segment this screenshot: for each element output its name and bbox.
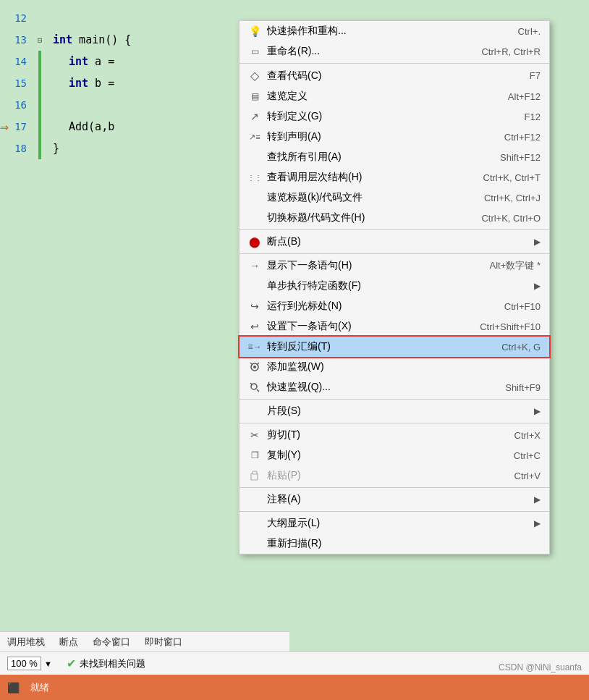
arrow-marker: ⇒: [0, 118, 9, 135]
line-number-18: 18: [0, 143, 33, 154]
menu-shortcut-paste: Ctrl+V: [500, 471, 541, 481]
menu-shortcut-goto-def: F12: [510, 111, 541, 122]
separator-3: [240, 253, 549, 254]
status-bar: ⬛ 就绪: [0, 675, 589, 700]
goto-def-icon: ↗: [245, 111, 264, 122]
quick-watch-icon: [245, 381, 264, 393]
line-marker-18: [33, 138, 47, 159]
code-line-13: 13 ⊟ int main() {: [0, 29, 246, 51]
menu-item-find-refs[interactable]: 查找所有引用(A) Shift+F12: [240, 147, 549, 167]
copy-icon: ❐: [245, 450, 264, 460]
menu-item-run-to-cursor[interactable]: ↪ 运行到光标处(N) Ctrl+F10: [240, 296, 549, 316]
menu-label-breakpoint: 断点(B): [264, 235, 528, 248]
menu-label-quick-watch: 快速监视(Q)...: [264, 381, 491, 394]
menu-item-rename[interactable]: ▭ 重命名(R)... Ctrl+R, Ctrl+R: [240, 41, 549, 62]
tab-breakpoints[interactable]: 断点: [59, 636, 78, 649]
menu-label-show-next: 显示下一条语句(H): [264, 259, 475, 272]
menu-item-cut[interactable]: ✂ 剪切(T) Ctrl+X: [240, 425, 549, 445]
green-bar-18: [38, 138, 41, 159]
menu-shortcut-quick-watch: Shift+F9: [491, 382, 541, 393]
menu-item-comment[interactable]: 注释(A) ▶: [240, 489, 549, 510]
menu-shortcut-call-hierarchy: Ctrl+K, Ctrl+T: [469, 172, 541, 183]
menu-item-snippet[interactable]: 片段(S) ▶: [240, 401, 549, 421]
menu-shortcut-run-to-cursor: Ctrl+F10: [490, 301, 541, 312]
menu-item-toggle-header[interactable]: 切换标题/代码文件(H) Ctrl+K, Ctrl+O: [240, 208, 549, 228]
menu-item-set-next[interactable]: ↩ 设置下一条语句(X) Ctrl+Shift+F10: [240, 316, 549, 337]
menu-label-outline: 大纲显示(L): [264, 517, 528, 530]
code-content-13: int main() {: [47, 33, 131, 46]
menu-item-step-specific[interactable]: 单步执行特定函数(F) ▶: [240, 276, 549, 296]
menu-item-breakpoint[interactable]: ⬤ 断点(B) ▶: [240, 232, 549, 252]
tab-call-stack[interactable]: 调用堆栈: [7, 636, 45, 649]
svg-point-4: [251, 384, 257, 389]
menu-item-show-next[interactable]: → 显示下一条语句(H) Alt+数字键 *: [240, 256, 549, 276]
menu-shortcut-quick-browse: Ctrl+K, Ctrl+J: [470, 193, 541, 203]
code-line-16: 16: [0, 94, 246, 116]
svg-line-5: [257, 389, 259, 392]
line-marker-16: [33, 94, 47, 116]
green-bar-15: [38, 72, 41, 94]
watermark: CSDN @NiNi_suanfa: [499, 662, 582, 672]
menu-label-toggle-header: 切换标题/代码文件(H): [264, 211, 467, 224]
tab-bar: 调用堆栈 断点 命令窗口 即时窗口: [0, 631, 289, 651]
snippet-arrow: ▶: [528, 406, 541, 416]
menu-item-quick-def[interactable]: ▤ 速览定义 Alt+F12: [240, 86, 549, 106]
ready-text: 就绪: [30, 681, 49, 694]
separator-7: [240, 511, 549, 512]
menu-label-rename: 重命名(R)...: [264, 45, 467, 58]
zoom-dropdown-icon[interactable]: ▼: [44, 659, 52, 668]
show-next-icon: →: [245, 260, 264, 271]
menu-item-call-hierarchy[interactable]: ⋮⋮ 查看调用层次结构(H) Ctrl+K, Ctrl+T: [240, 167, 549, 187]
zoom-value: 100 %: [7, 657, 41, 670]
menu-label-find-refs: 查找所有引用(A): [264, 151, 486, 164]
goto-disasm-icon: ≡→: [245, 342, 264, 352]
menu-item-quick-browse[interactable]: 速览标题(k)/代码文件 Ctrl+K, Ctrl+J: [240, 187, 549, 208]
line-marker-13: ⊟: [33, 35, 47, 45]
check-icon: ✔: [67, 657, 76, 670]
tab-command-window[interactable]: 命令窗口: [93, 636, 130, 649]
green-bar-16: [38, 94, 41, 116]
menu-shortcut-cut: Ctrl+X: [500, 430, 541, 441]
line-marker-14: [33, 51, 47, 72]
menu-item-goto-disasm[interactable]: ≡→ 转到反汇编(T) Ctrl+K, G: [240, 337, 549, 357]
menu-item-add-watch[interactable]: 添加监视(W): [240, 357, 549, 377]
menu-item-goto-def[interactable]: ↗ 转到定义(G) F12: [240, 106, 549, 127]
green-bar-17: [38, 116, 41, 138]
menu-item-peek-definition[interactable]: ◇ 查看代码(C) F7: [240, 65, 549, 86]
menu-item-quick-actions[interactable]: 💡 快速操作和重构... Ctrl+.: [240, 21, 549, 41]
peek-def-icon: ◇: [245, 69, 264, 83]
add-watch-icon: [245, 361, 264, 373]
collapse-icon: ⊟: [38, 35, 43, 45]
menu-item-goto-decl[interactable]: ↗≡ 转到声明(A) Ctrl+F12: [240, 127, 549, 147]
svg-rect-8: [253, 471, 257, 474]
rename-icon: ▭: [245, 46, 264, 56]
code-line-17: 17 ⇒ Add(a,b: [0, 116, 246, 138]
menu-label-snippet: 片段(S): [264, 405, 528, 418]
menu-shortcut-goto-disasm: Ctrl+K, G: [487, 342, 541, 353]
menu-item-rescan[interactable]: 重新扫描(R): [240, 534, 549, 554]
menu-item-copy[interactable]: ❐ 复制(Y) Ctrl+C: [240, 445, 549, 465]
status-check: ✔ 未找到相关问题: [67, 657, 145, 670]
separator-2: [240, 229, 549, 230]
code-area: 12 13 ⊟ int main() { 14 int a =: [0, 0, 246, 623]
menu-label-copy: 复制(Y): [264, 449, 499, 462]
menu-item-paste[interactable]: 粘贴(P) Ctrl+V: [240, 465, 549, 486]
menu-label-peek-def: 查看代码(C): [264, 69, 515, 83]
menu-shortcut-quick-actions: Ctrl+.: [504, 26, 541, 37]
zoom-control[interactable]: 100 % ▼: [7, 657, 52, 670]
menu-label-quick-def: 速览定义: [264, 90, 493, 103]
menu-shortcut-goto-decl: Ctrl+F12: [490, 132, 541, 143]
tab-immediate[interactable]: 即时窗口: [145, 636, 182, 649]
menu-item-quick-watch[interactable]: 快速监视(Q)... Shift+F9: [240, 377, 549, 397]
menu-shortcut-find-refs: Shift+F12: [486, 152, 541, 163]
step-specific-arrow: ▶: [528, 281, 541, 291]
breakpoint-icon: ⬤: [245, 236, 264, 248]
menu-item-outline[interactable]: 大纲显示(L) ▶: [240, 513, 549, 534]
set-next-icon: ↩: [245, 321, 264, 332]
svg-line-6: [250, 383, 252, 384]
comment-arrow: ▶: [528, 494, 541, 505]
line-marker-17: [33, 116, 47, 138]
line-number-15: 15: [0, 77, 33, 89]
menu-label-goto-def: 转到定义(G): [264, 110, 510, 123]
code-line-12: 12: [0, 7, 246, 29]
